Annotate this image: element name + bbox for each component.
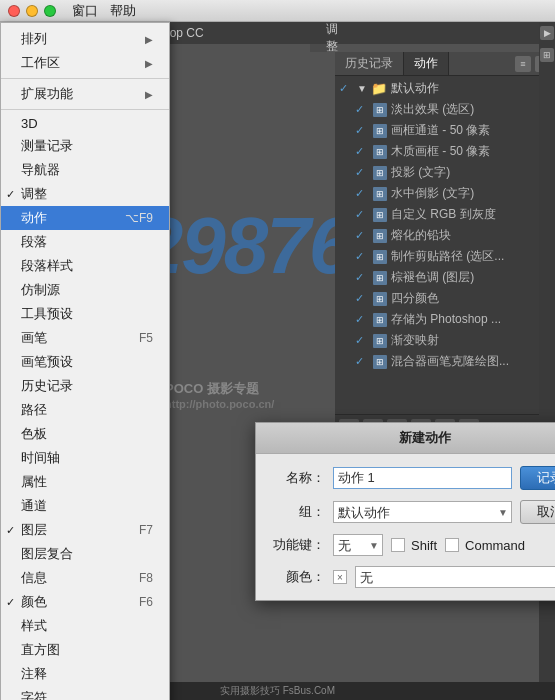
action-item-make-clip-path[interactable]: ✓⊞制作剪贴路径 (选区... [335,246,555,267]
menu-item-channels[interactable]: 通道 [1,494,169,518]
group-select[interactable]: 默认动作 [333,501,512,523]
menu-item-label-layers: 图层 [21,521,47,539]
action-item-grad-map[interactable]: ✓⊞渐变映射 [335,330,555,351]
menu-item-label-character: 字符 [21,689,47,700]
menu-item-history[interactable]: 历史记录 [1,374,169,398]
action-item-water-reflect[interactable]: ✓⊞水中倒影 (文字) [335,183,555,204]
menu-item-histogram[interactable]: 直方图 [1,638,169,662]
minimize-button[interactable] [26,5,38,17]
action-item-sepia-tone[interactable]: ✓⊞棕褪色调 (图层) [335,267,555,288]
menu-item-3d[interactable]: 3D [1,113,169,134]
menu-item-swatches[interactable]: 色板 [1,422,169,446]
menu-item-paragraph-styles[interactable]: 段落样式 [1,254,169,278]
key-select[interactable]: 无 [333,534,383,556]
action-item-custom-rgb[interactable]: ✓⊞自定义 RGB 到灰度 [335,204,555,225]
menu-item-label-properties: 属性 [21,473,47,491]
menu-item-paragraph[interactable]: 段落 [1,230,169,254]
name-input[interactable] [333,467,512,489]
action-icon-fade-effect: ⊞ [373,103,387,117]
menu-item-workspace[interactable]: 工作区▶ [1,51,169,75]
maximize-button[interactable] [44,5,56,17]
action-item-molten-lead[interactable]: ✓⊞熔化的铅块 [335,225,555,246]
menu-item-shortcut-arrange: ▶ [145,34,153,45]
menu-item-brush[interactable]: 画笔F5 [1,326,169,350]
action-label-wood-frame: 木质画框 - 50 像素 [391,143,490,160]
menu-item-styles[interactable]: 样式 [1,614,169,638]
action-item-quad-tone[interactable]: ✓⊞四分颜色 [335,288,555,309]
action-icon-cast-shadow: ⊞ [373,166,387,180]
action-check-wood-frame: ✓ [355,145,369,158]
action-item-wood-frame[interactable]: ✓⊞木质画框 - 50 像素 [335,141,555,162]
menu-item-label-paths: 路径 [21,401,47,419]
panel-menu-icon[interactable]: ≡ [515,56,531,72]
menu-item-properties[interactable]: 属性 [1,470,169,494]
menu-item-layers[interactable]: 图层F7 [1,518,169,542]
menu-item-notes[interactable]: 注释 [1,662,169,686]
menu-item-paths[interactable]: 路径 [1,398,169,422]
menu-item-label-measurement: 测量记录 [21,137,73,155]
canvas-area: 29876 POCO 摄影专题 http://photo.poco.cn/ [155,52,335,440]
menu-item-navigator[interactable]: 导航器 [1,158,169,182]
watermark-text: 实用摄影技巧 FsBus.CoM [220,684,335,698]
poco-watermark: POCO 摄影专题 http://photo.poco.cn/ [165,380,274,410]
menu-item-shortcut-layers: F7 [139,523,153,537]
menu-item-label-histogram: 直方图 [21,641,60,659]
command-label: Command [465,538,525,553]
action-item-save-photoshop[interactable]: ✓⊞存储为 Photoshop ... [335,309,555,330]
right-strip-icon2[interactable]: ⊞ [540,48,554,62]
tab-history[interactable]: 历史记录 [335,52,404,75]
action-check-save-photoshop: ✓ [355,313,369,326]
action-item-frame-channel[interactable]: ✓⊞画框通道 - 50 像素 [335,120,555,141]
key-label: 功能键： [270,536,325,554]
menu-item-measurement[interactable]: 测量记录 [1,134,169,158]
tab-actions[interactable]: 动作 [404,52,449,75]
action-check-frame-channel: ✓ [355,124,369,137]
menu-item-label-brush: 画笔 [21,329,47,347]
menu-item-tool-presets[interactable]: 工具预设 [1,302,169,326]
menu-item-label-notes: 注释 [21,665,47,683]
action-label-save-photoshop: 存储为 Photoshop ... [391,311,501,328]
cancel-button[interactable]: 取消 [520,500,555,524]
group-label: 组： [270,503,325,521]
action-item-mixer-brush[interactable]: ✓⊞混合器画笔克隆绘图... [335,351,555,372]
shift-checkbox[interactable] [391,538,405,552]
name-row: 名称： 记录 [270,466,555,490]
menu-window[interactable]: 窗口 [72,2,98,20]
menu-item-color[interactable]: 颜色F6 [1,590,169,614]
action-check-water-reflect: ✓ [355,187,369,200]
menu-help[interactable]: 帮助 [110,2,136,20]
menu-item-actions[interactable]: 动作⌥F9 [1,206,169,230]
action-label-cast-shadow: 投影 (文字) [391,164,450,181]
poco-brand: POCO 摄影专题 [165,380,274,398]
record-button[interactable]: 记录 [520,466,555,490]
menu-item-character[interactable]: 字符 [1,686,169,700]
action-check-sepia-tone: ✓ [355,271,369,284]
menu-item-timeline[interactable]: 时间轴 [1,446,169,470]
menu-item-layer-comp[interactable]: 图层复合 [1,542,169,566]
actions-panel: 历史记录 动作 ≡ ▸ ✓ ▼ 📁 默认动作 ✓⊞淡出效果 (选区)✓⊞画框通道… [335,52,555,440]
action-label-frame-channel: 画框通道 - 50 像素 [391,122,490,139]
color-select[interactable]: 无 [355,566,555,588]
menu-item-extensions[interactable]: 扩展功能▶ [1,82,169,106]
menu-item-adjust[interactable]: 调整 [1,182,169,206]
menu-item-brush-presets[interactable]: 画笔预设 [1,350,169,374]
command-checkbox[interactable] [445,538,459,552]
menu-item-arrange[interactable]: 排列▶ [1,27,169,51]
window-controls [8,5,56,17]
poco-url: http://photo.poco.cn/ [165,398,274,410]
color-select-wrapper: 无 ▼ [355,566,555,588]
menu-item-shortcut-extensions: ▶ [145,89,153,100]
action-icon-make-clip-path: ⊞ [373,250,387,264]
name-label: 名称： [270,469,325,487]
key-row: 功能键： 无 ▼ Shift Command [270,534,555,556]
menu-item-label-color: 颜色 [21,593,47,611]
right-strip-icon1[interactable]: ▶ [540,26,554,40]
action-label-fade-effect: 淡出效果 (选区) [391,101,474,118]
menu-item-label-brush-presets: 画笔预设 [21,353,73,371]
menu-item-info[interactable]: 信息F8 [1,566,169,590]
action-item-fade-effect[interactable]: ✓⊞淡出效果 (选区) [335,99,555,120]
menu-item-label-workspace: 工作区 [21,54,60,72]
menu-item-clone-source[interactable]: 仿制源 [1,278,169,302]
close-button[interactable] [8,5,20,17]
action-item-cast-shadow[interactable]: ✓⊞投影 (文字) [335,162,555,183]
